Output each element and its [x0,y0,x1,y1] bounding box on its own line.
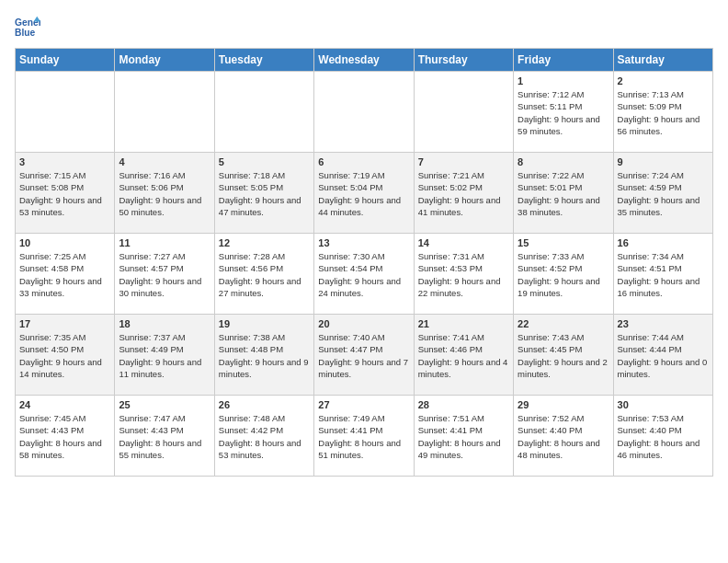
calendar-cell [16,72,115,153]
calendar-cell: 6Sunrise: 7:19 AMSunset: 5:04 PMDaylight… [314,153,414,234]
day-number: 2 [618,75,709,86]
weekday-header: Sunday [16,49,115,72]
day-info: Sunrise: 7:52 AMSunset: 4:40 PMDaylight:… [518,412,609,461]
day-number: 4 [119,156,210,167]
weekday-header: Thursday [414,49,513,72]
day-info: Sunrise: 7:21 AMSunset: 5:02 PMDaylight:… [418,169,509,218]
weekday-header: Saturday [613,49,712,72]
calendar-cell [115,72,214,153]
calendar-cell: 18Sunrise: 7:37 AMSunset: 4:49 PMDayligh… [115,315,214,396]
day-info: Sunrise: 7:30 AMSunset: 4:54 PMDaylight:… [318,250,409,299]
calendar-week-row: 17Sunrise: 7:35 AMSunset: 4:50 PMDayligh… [16,315,713,396]
day-number: 18 [119,318,210,329]
day-info: Sunrise: 7:13 AMSunset: 5:09 PMDaylight:… [618,88,709,137]
calendar-week-row: 3Sunrise: 7:15 AMSunset: 5:08 PMDaylight… [16,153,713,234]
logo-icon: General Blue [15,15,40,40]
calendar-cell: 22Sunrise: 7:43 AMSunset: 4:45 PMDayligh… [514,315,613,396]
calendar-cell: 15Sunrise: 7:33 AMSunset: 4:52 PMDayligh… [514,234,613,315]
day-info: Sunrise: 7:22 AMSunset: 5:01 PMDaylight:… [518,169,609,218]
day-number: 6 [318,156,409,167]
calendar-week-row: 1Sunrise: 7:12 AMSunset: 5:11 PMDaylight… [16,72,713,153]
day-info: Sunrise: 7:34 AMSunset: 4:51 PMDaylight:… [618,250,709,299]
day-number: 25 [119,399,210,410]
day-info: Sunrise: 7:27 AMSunset: 4:57 PMDaylight:… [119,250,210,299]
day-info: Sunrise: 7:41 AMSunset: 4:46 PMDaylight:… [418,331,509,380]
day-info: Sunrise: 7:44 AMSunset: 4:44 PMDaylight:… [618,331,709,380]
calendar-cell: 14Sunrise: 7:31 AMSunset: 4:53 PMDayligh… [414,234,513,315]
calendar-table: SundayMondayTuesdayWednesdayThursdayFrid… [15,48,713,477]
day-number: 26 [219,399,310,410]
day-info: Sunrise: 7:53 AMSunset: 4:40 PMDaylight:… [618,412,709,461]
calendar-cell: 20Sunrise: 7:40 AMSunset: 4:47 PMDayligh… [314,315,414,396]
day-number: 3 [19,156,110,167]
logo: General Blue [15,15,40,40]
day-number: 1 [518,75,609,86]
day-number: 22 [518,318,609,329]
day-info: Sunrise: 7:25 AMSunset: 4:58 PMDaylight:… [19,250,110,299]
day-info: Sunrise: 7:45 AMSunset: 4:43 PMDaylight:… [19,412,110,461]
calendar-cell: 19Sunrise: 7:38 AMSunset: 4:48 PMDayligh… [214,315,313,396]
calendar-cell: 11Sunrise: 7:27 AMSunset: 4:57 PMDayligh… [115,234,214,315]
day-number: 5 [219,156,310,167]
calendar-cell: 12Sunrise: 7:28 AMSunset: 4:56 PMDayligh… [214,234,313,315]
day-number: 17 [19,318,110,329]
day-info: Sunrise: 7:37 AMSunset: 4:49 PMDaylight:… [119,331,210,380]
calendar-week-row: 10Sunrise: 7:25 AMSunset: 4:58 PMDayligh… [16,234,713,315]
day-number: 12 [219,237,310,248]
header-row: SundayMondayTuesdayWednesdayThursdayFrid… [16,49,713,72]
day-number: 27 [318,399,409,410]
day-info: Sunrise: 7:49 AMSunset: 4:41 PMDaylight:… [318,412,409,461]
calendar-cell: 16Sunrise: 7:34 AMSunset: 4:51 PMDayligh… [613,234,712,315]
day-number: 28 [418,399,509,410]
day-number: 20 [318,318,409,329]
calendar-cell: 9Sunrise: 7:24 AMSunset: 4:59 PMDaylight… [613,153,712,234]
day-number: 15 [518,237,609,248]
day-number: 21 [418,318,509,329]
day-info: Sunrise: 7:33 AMSunset: 4:52 PMDaylight:… [518,250,609,299]
calendar-cell: 26Sunrise: 7:48 AMSunset: 4:42 PMDayligh… [214,396,313,477]
weekday-header: Friday [514,49,613,72]
day-info: Sunrise: 7:38 AMSunset: 4:48 PMDaylight:… [219,331,310,380]
day-info: Sunrise: 7:15 AMSunset: 5:08 PMDaylight:… [19,169,110,218]
day-number: 11 [119,237,210,248]
day-number: 7 [418,156,509,167]
calendar-cell: 27Sunrise: 7:49 AMSunset: 4:41 PMDayligh… [314,396,414,477]
day-info: Sunrise: 7:16 AMSunset: 5:06 PMDaylight:… [119,169,210,218]
calendar-cell: 2Sunrise: 7:13 AMSunset: 5:09 PMDaylight… [613,72,712,153]
day-number: 14 [418,237,509,248]
day-number: 9 [618,156,709,167]
day-info: Sunrise: 7:12 AMSunset: 5:11 PMDaylight:… [518,88,609,137]
day-number: 23 [618,318,709,329]
day-info: Sunrise: 7:19 AMSunset: 5:04 PMDaylight:… [318,169,409,218]
day-info: Sunrise: 7:43 AMSunset: 4:45 PMDaylight:… [518,331,609,380]
day-info: Sunrise: 7:48 AMSunset: 4:42 PMDaylight:… [219,412,310,461]
day-number: 10 [19,237,110,248]
svg-text:Blue: Blue [15,28,36,38]
calendar-cell: 24Sunrise: 7:45 AMSunset: 4:43 PMDayligh… [16,396,115,477]
calendar-cell: 21Sunrise: 7:41 AMSunset: 4:46 PMDayligh… [414,315,513,396]
calendar-cell: 28Sunrise: 7:51 AMSunset: 4:41 PMDayligh… [414,396,513,477]
day-info: Sunrise: 7:28 AMSunset: 4:56 PMDaylight:… [219,250,310,299]
calendar-cell: 5Sunrise: 7:18 AMSunset: 5:05 PMDaylight… [214,153,313,234]
calendar-cell: 30Sunrise: 7:53 AMSunset: 4:40 PMDayligh… [613,396,712,477]
day-number: 8 [518,156,609,167]
calendar-cell: 3Sunrise: 7:15 AMSunset: 5:08 PMDaylight… [16,153,115,234]
day-number: 19 [219,318,310,329]
calendar-cell: 1Sunrise: 7:12 AMSunset: 5:11 PMDaylight… [514,72,613,153]
calendar-cell [214,72,313,153]
calendar-cell: 10Sunrise: 7:25 AMSunset: 4:58 PMDayligh… [16,234,115,315]
calendar-cell: 4Sunrise: 7:16 AMSunset: 5:06 PMDaylight… [115,153,214,234]
calendar-cell: 29Sunrise: 7:52 AMSunset: 4:40 PMDayligh… [514,396,613,477]
day-number: 16 [618,237,709,248]
day-info: Sunrise: 7:24 AMSunset: 4:59 PMDaylight:… [618,169,709,218]
calendar-cell: 7Sunrise: 7:21 AMSunset: 5:02 PMDaylight… [414,153,513,234]
calendar-cell [314,72,414,153]
day-info: Sunrise: 7:31 AMSunset: 4:53 PMDaylight:… [418,250,509,299]
day-info: Sunrise: 7:18 AMSunset: 5:05 PMDaylight:… [219,169,310,218]
day-number: 13 [318,237,409,248]
calendar-cell: 23Sunrise: 7:44 AMSunset: 4:44 PMDayligh… [613,315,712,396]
day-number: 29 [518,399,609,410]
calendar-cell [414,72,513,153]
weekday-header: Monday [115,49,214,72]
page-header: General Blue [15,15,713,40]
